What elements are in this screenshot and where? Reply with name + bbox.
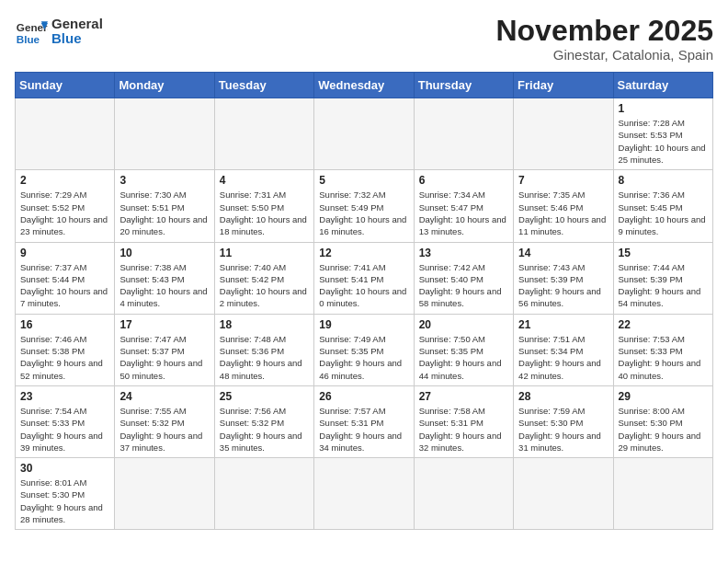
calendar-cell: 7Sunrise: 7:35 AM Sunset: 5:46 PM Daylig… [514,170,613,242]
day-number: 15 [619,247,708,259]
calendar-cell: 23Sunrise: 7:54 AM Sunset: 5:33 PM Dayli… [16,385,115,457]
day-info: Sunrise: 7:54 AM Sunset: 5:33 PM Dayligh… [20,405,109,454]
location-subtitle: Ginestar, Catalonia, Spain [495,47,713,63]
calendar-cell: 12Sunrise: 7:41 AM Sunset: 5:41 PM Dayli… [314,242,414,314]
day-number: 18 [220,318,309,331]
day-info: Sunrise: 8:00 AM Sunset: 5:30 PM Dayligh… [619,405,708,454]
day-number: 8 [619,174,708,187]
day-number: 21 [518,318,608,331]
weekday-header-sunday: Sunday [16,73,115,98]
day-number: 30 [20,462,109,475]
calendar-cell: 20Sunrise: 7:50 AM Sunset: 5:35 PM Dayli… [414,314,513,385]
day-info: Sunrise: 7:41 AM Sunset: 5:41 PM Dayligh… [319,261,408,310]
day-number: 4 [220,174,309,187]
calendar-row-6: 30Sunrise: 8:01 AM Sunset: 5:30 PM Dayli… [16,458,713,530]
calendar-cell: 4Sunrise: 7:31 AM Sunset: 5:50 PM Daylig… [214,170,313,242]
calendar-cell: 8Sunrise: 7:36 AM Sunset: 5:45 PM Daylig… [613,170,712,242]
day-number: 19 [319,318,408,331]
calendar-row-3: 9Sunrise: 7:37 AM Sunset: 5:44 PM Daylig… [16,242,713,314]
page-header: General Blue General Blue November 2025 … [15,15,713,63]
day-info: Sunrise: 7:37 AM Sunset: 5:44 PM Dayligh… [20,261,109,310]
logo-general: General [51,17,103,32]
calendar-cell: 6Sunrise: 7:34 AM Sunset: 5:47 PM Daylig… [414,170,513,242]
calendar-cell: 1Sunrise: 7:28 AM Sunset: 5:53 PM Daylig… [613,98,712,170]
calendar-cell: 24Sunrise: 7:55 AM Sunset: 5:32 PM Dayli… [115,385,214,457]
day-info: Sunrise: 7:29 AM Sunset: 5:52 PM Dayligh… [20,189,109,237]
day-number: 29 [619,390,708,403]
calendar-cell: 2Sunrise: 7:29 AM Sunset: 5:52 PM Daylig… [16,170,115,242]
calendar-cell [414,458,513,530]
calendar-cell [16,98,115,170]
calendar-cell: 19Sunrise: 7:49 AM Sunset: 5:35 PM Dayli… [314,314,414,385]
calendar-cell [314,458,414,530]
day-info: Sunrise: 8:01 AM Sunset: 5:30 PM Dayligh… [20,477,109,525]
day-number: 26 [319,390,408,403]
day-number: 28 [518,390,608,403]
weekday-header-thursday: Thursday [414,73,513,98]
calendar-cell [613,458,712,530]
day-info: Sunrise: 7:51 AM Sunset: 5:34 PM Dayligh… [518,333,608,382]
day-number: 27 [419,390,508,403]
day-number: 6 [419,174,508,187]
calendar-cell: 3Sunrise: 7:30 AM Sunset: 5:51 PM Daylig… [115,170,214,242]
calendar-row-1: 1Sunrise: 7:28 AM Sunset: 5:53 PM Daylig… [16,98,713,170]
calendar-cell: 18Sunrise: 7:48 AM Sunset: 5:36 PM Dayli… [214,314,313,385]
calendar-cell [514,458,613,530]
calendar-cell: 14Sunrise: 7:43 AM Sunset: 5:39 PM Dayli… [514,242,613,314]
day-info: Sunrise: 7:44 AM Sunset: 5:39 PM Dayligh… [619,261,708,310]
day-info: Sunrise: 7:49 AM Sunset: 5:35 PM Dayligh… [319,333,408,382]
calendar-cell: 29Sunrise: 8:00 AM Sunset: 5:30 PM Dayli… [613,385,712,457]
day-info: Sunrise: 7:38 AM Sunset: 5:43 PM Dayligh… [119,261,209,310]
calendar-cell: 13Sunrise: 7:42 AM Sunset: 5:40 PM Dayli… [414,242,513,314]
day-number: 11 [220,247,309,259]
day-number: 23 [20,390,109,403]
weekday-header-tuesday: Tuesday [214,73,313,98]
logo-icon: General Blue [15,15,48,48]
calendar-row-5: 23Sunrise: 7:54 AM Sunset: 5:33 PM Dayli… [16,385,713,457]
day-info: Sunrise: 7:48 AM Sunset: 5:36 PM Dayligh… [220,333,309,382]
calendar-cell: 16Sunrise: 7:46 AM Sunset: 5:38 PM Dayli… [16,314,115,385]
day-info: Sunrise: 7:30 AM Sunset: 5:51 PM Dayligh… [119,189,209,237]
calendar-cell [115,98,214,170]
weekday-header-monday: Monday [115,73,214,98]
calendar-cell: 10Sunrise: 7:38 AM Sunset: 5:43 PM Dayli… [115,242,214,314]
day-number: 2 [20,174,109,187]
day-info: Sunrise: 7:47 AM Sunset: 5:37 PM Dayligh… [119,333,209,382]
day-number: 1 [619,102,708,115]
calendar-cell [115,458,214,530]
day-info: Sunrise: 7:53 AM Sunset: 5:33 PM Dayligh… [619,333,708,382]
day-number: 25 [220,390,309,403]
calendar-cell [314,98,414,170]
weekday-header-friday: Friday [514,73,613,98]
calendar-cell: 28Sunrise: 7:59 AM Sunset: 5:30 PM Dayli… [514,385,613,457]
day-info: Sunrise: 7:28 AM Sunset: 5:53 PM Dayligh… [619,117,708,166]
weekday-header-saturday: Saturday [613,73,712,98]
day-number: 13 [419,247,508,259]
day-info: Sunrise: 7:40 AM Sunset: 5:42 PM Dayligh… [220,261,309,310]
day-number: 17 [119,318,209,331]
day-info: Sunrise: 7:55 AM Sunset: 5:32 PM Dayligh… [119,405,209,454]
calendar-row-4: 16Sunrise: 7:46 AM Sunset: 5:38 PM Dayli… [16,314,713,385]
calendar-row-2: 2Sunrise: 7:29 AM Sunset: 5:52 PM Daylig… [16,170,713,242]
day-info: Sunrise: 7:36 AM Sunset: 5:45 PM Dayligh… [619,189,708,237]
calendar-cell: 26Sunrise: 7:57 AM Sunset: 5:31 PM Dayli… [314,385,414,457]
calendar-cell [214,98,313,170]
month-title: November 2025 [495,15,713,47]
day-info: Sunrise: 7:35 AM Sunset: 5:46 PM Dayligh… [518,189,608,237]
weekday-header-wednesday: Wednesday [314,73,414,98]
day-number: 12 [319,247,408,259]
calendar-cell: 17Sunrise: 7:47 AM Sunset: 5:37 PM Dayli… [115,314,214,385]
calendar-cell [414,98,513,170]
calendar-cell: 11Sunrise: 7:40 AM Sunset: 5:42 PM Dayli… [214,242,313,314]
day-info: Sunrise: 7:56 AM Sunset: 5:32 PM Dayligh… [220,405,309,454]
day-number: 20 [419,318,508,331]
day-info: Sunrise: 7:59 AM Sunset: 5:30 PM Dayligh… [518,405,608,454]
calendar-cell: 15Sunrise: 7:44 AM Sunset: 5:39 PM Dayli… [613,242,712,314]
day-info: Sunrise: 7:42 AM Sunset: 5:40 PM Dayligh… [419,261,508,310]
calendar-cell: 9Sunrise: 7:37 AM Sunset: 5:44 PM Daylig… [16,242,115,314]
day-number: 22 [619,318,708,331]
calendar-cell [514,98,613,170]
day-info: Sunrise: 7:58 AM Sunset: 5:31 PM Dayligh… [419,405,508,454]
calendar-cell: 25Sunrise: 7:56 AM Sunset: 5:32 PM Dayli… [214,385,313,457]
day-number: 14 [518,247,608,259]
